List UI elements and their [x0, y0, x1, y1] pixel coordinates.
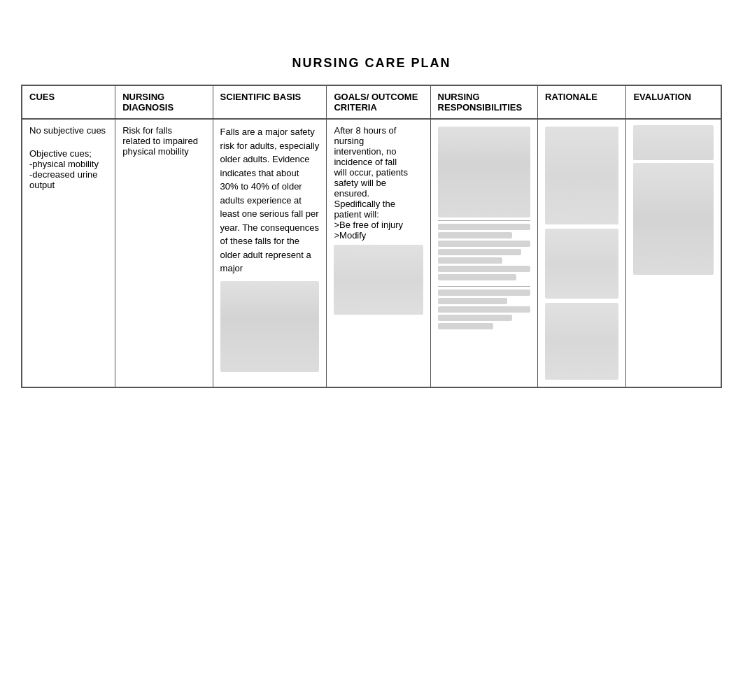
- cues-subjective: No subjective cues: [29, 125, 108, 136]
- scientific-blurred-extra: [220, 281, 320, 372]
- header-cues: CUES: [22, 85, 115, 119]
- scientific-cell: Falls are a major safety risk for adults…: [213, 119, 327, 387]
- nursing-row-5: [438, 257, 503, 264]
- cues-decreased-urine: -decreased urine: [29, 169, 108, 180]
- nursing-row-8: [438, 290, 531, 296]
- nursing-row-12: [438, 323, 494, 329]
- rationale-blurred-3: [545, 303, 618, 380]
- goals-line11: >Modify: [334, 230, 423, 241]
- rationale-blurred-1: [545, 127, 618, 224]
- nursing-row-1: [438, 224, 531, 230]
- nursing-blurred-rows-2: [438, 290, 531, 329]
- rationale-cell: [538, 119, 626, 387]
- header-goals: GOALS/ OUTCOME CRITERIA: [327, 85, 430, 119]
- header-diagnosis: NURSING DIAGNOSIS: [115, 85, 213, 119]
- goals-line7: ensured.: [334, 188, 423, 199]
- diagnosis-line3: physical mobility: [122, 146, 205, 157]
- header-scientific: SCIENTIFIC BASIS: [213, 85, 327, 119]
- cues-cell: No subjective cues Objective cues; -phys…: [22, 119, 115, 387]
- goals-cell: After 8 hours of nursing intervention, n…: [327, 119, 430, 387]
- goals-line6: safety will be: [334, 178, 423, 188]
- nursing-row-2: [438, 232, 512, 238]
- nursing-row-4: [438, 249, 521, 255]
- care-plan-table: CUES NURSING DIAGNOSIS SCIENTIFIC BASIS …: [21, 85, 722, 388]
- goals-line5: will occur, patients: [334, 167, 423, 178]
- nursing-row-9: [438, 298, 507, 304]
- nursing-blurred-rows-1: [438, 224, 531, 280]
- goals-line10: >Be free of injury: [334, 220, 423, 230]
- table-row: No subjective cues Objective cues; -phys…: [22, 119, 721, 387]
- eval-blurred-main: [633, 163, 714, 275]
- nursing-sub-2: [438, 286, 531, 329]
- goals-line8: Spedifically the: [334, 199, 423, 209]
- nursing-row-10: [438, 306, 531, 313]
- eval-blurred-top: [633, 125, 714, 160]
- goals-line3: intervention, no: [334, 146, 423, 157]
- evaluation-cell: [626, 119, 721, 387]
- nursing-row-7: [438, 274, 517, 280]
- nursing-cell: [430, 119, 538, 387]
- header-evaluation: EVALUATION: [626, 85, 721, 119]
- page-container: NURSING CARE PLAN CUES NURSING DIAGNOSIS…: [0, 0, 743, 700]
- diagnosis-cell: Risk for falls related to impaired physi…: [115, 119, 213, 387]
- nursing-blurred-1: [438, 127, 531, 217]
- goals-line4: incidence of fall: [334, 157, 423, 167]
- nursing-row-3: [438, 241, 531, 247]
- cues-objective-label: Objective cues;: [29, 148, 108, 159]
- cues-output: output: [29, 180, 108, 190]
- page-title: NURSING CARE PLAN: [292, 56, 451, 71]
- goals-line1: After 8 hours of: [334, 125, 423, 136]
- scientific-text: Falls are a major safety risk for adults…: [220, 125, 320, 276]
- goals-line9: patient will:: [334, 209, 423, 220]
- goals-line2: nursing: [334, 136, 423, 146]
- header-rationale: RATIONALE: [538, 85, 626, 119]
- rationale-blurred-2: [545, 229, 618, 299]
- goals-blurred-extra: [334, 245, 423, 315]
- diagnosis-line1: Risk for falls: [122, 125, 205, 136]
- nursing-row-11: [438, 315, 512, 321]
- cues-physical-mobility: -physical mobility: [29, 159, 108, 169]
- diagnosis-line2: related to impaired: [122, 136, 205, 146]
- header-nursing: NURSING RESPONSIBILITIES: [430, 85, 538, 119]
- nursing-row-6: [438, 266, 531, 272]
- table-header-row: CUES NURSING DIAGNOSIS SCIENTIFIC BASIS …: [22, 85, 721, 119]
- nursing-sub-1: [438, 220, 531, 280]
